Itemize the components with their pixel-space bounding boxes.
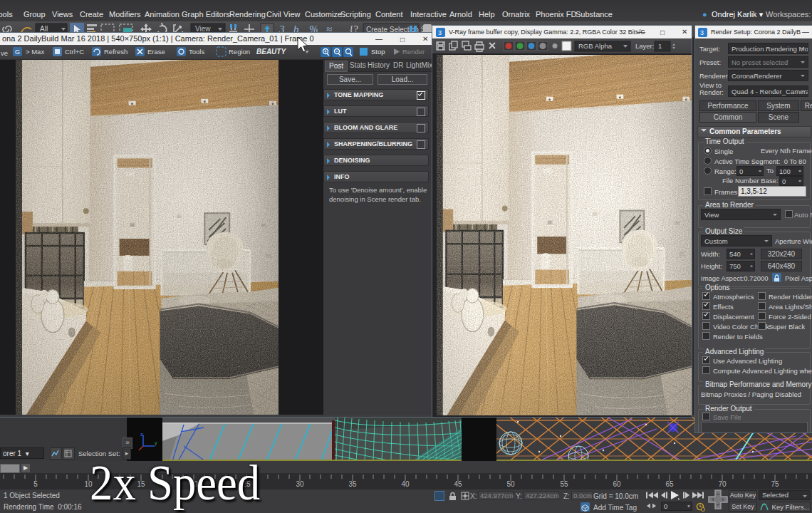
svg-text:Erase: Erase	[147, 48, 165, 56]
svg-text:Stop: Stop	[371, 48, 385, 56]
svg-text:1: 1	[658, 42, 662, 50]
svg-text:Ctrl+C: Ctrl+C	[65, 48, 84, 56]
svg-text:55: 55	[560, 480, 568, 488]
svg-text:G: G	[15, 48, 20, 56]
svg-text:40: 40	[401, 480, 410, 488]
svg-text:3: 3	[438, 29, 442, 36]
svg-text:BEAUTY: BEAUTY	[256, 48, 286, 56]
svg-text:60: 60	[613, 480, 621, 488]
svg-text:z: z	[140, 432, 143, 437]
svg-text:50: 50	[506, 480, 515, 488]
svg-text:Refresh: Refresh	[104, 48, 127, 56]
svg-text:> Max: > Max	[26, 48, 44, 56]
svg-text:RGB Alpha: RGB Alpha	[578, 42, 613, 50]
svg-text:65: 65	[665, 480, 674, 488]
svg-text:75: 75	[771, 480, 779, 488]
svg-text:Tools: Tools	[189, 48, 204, 56]
svg-text:3: 3	[700, 29, 704, 36]
svg-text:70: 70	[718, 480, 727, 488]
svg-text:30: 30	[296, 480, 304, 488]
svg-text:Render: Render	[402, 48, 425, 56]
svg-text:35: 35	[348, 480, 357, 488]
svg-text:5: 5	[33, 480, 38, 488]
svg-text:45: 45	[454, 480, 462, 488]
svg-text:y: y	[155, 440, 157, 446]
svg-text:ve: ve	[1, 49, 8, 57]
svg-text:Region: Region	[229, 48, 250, 56]
svg-text:Layer:: Layer:	[635, 42, 654, 50]
